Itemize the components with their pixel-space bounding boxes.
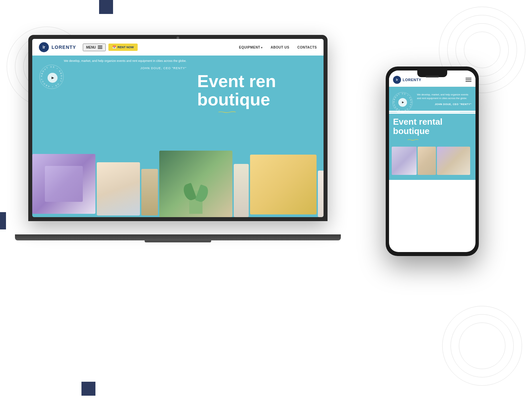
nav-equipment[interactable]: EQUIPMENT [239,46,263,49]
laptop-hero-title: Event ren boutique [197,72,317,108]
laptop-logo-text: LORENTY [52,45,76,50]
laptop-logo-icon: lr [39,42,49,52]
phone-hero-title: Event rental boutique [393,117,471,136]
laptop-body: lr LORENTY MENU 📅 RENT NOW EQUIPMENT ABO… [28,35,328,221]
phone-mockup: lr LORENTY ABOUT US [386,66,479,256]
phone-hero-section: ABOUT US • ABOUT US • ABOUT US We develo… [389,87,475,111]
laptop-hero-title-area: Event ren boutique [197,72,317,114]
laptop-hero-text: We develop, market, and help organize ev… [64,59,187,64]
collage-photo-yellow-flowers [250,155,317,214]
phone-hero-text: We develop, market, and help organize ev… [417,93,471,100]
collage-photo-lavender [32,154,95,214]
nav-about-us[interactable]: ABOUT US [271,46,289,49]
phone-logo-text: LORENTY [403,78,421,82]
dark-rect-1 [99,0,113,14]
collage-photo-boy [97,162,140,215]
phone-screen: lr LORENTY ABOUT US [389,70,475,252]
rent-button-label: RENT NOW [117,46,134,49]
laptop-website-header: lr LORENTY MENU 📅 RENT NOW EQUIPMENT ABO… [32,39,324,56]
phone-circular-badge: ABOUT US • ABOUT US • ABOUT US [392,91,413,113]
laptop-menu-button[interactable]: MENU [83,44,106,51]
laptop-logo: lr LORENTY [39,42,76,52]
phone-photo-collage [389,147,475,180]
laptop-circular-badge: ABOUT US • ABOUT US • ABOUT US • [38,64,66,92]
phone-logo-icon: lr [393,76,401,84]
dark-rect-4 [81,382,95,396]
phone-photo-mixed [437,147,470,175]
yellow-underline-svg [197,111,257,113]
phone-body: lr LORENTY ABOUT US [386,66,479,256]
nav-contacts[interactable]: CONTACTS [297,46,317,49]
laptop-nav: EQUIPMENT ABOUT US CONTACTS [239,46,317,49]
phone-hero-description: We develop, market, and help organize ev… [417,91,471,106]
laptop-ceo-attribution: JOHN DOUE, CEO "RENTY" [95,66,187,71]
laptop-screen: lr LORENTY MENU 📅 RENT NOW EQUIPMENT ABO… [32,39,324,217]
phone-ceo-attribution: JOHN DOUE, CEO "RENTY" [417,102,471,106]
calendar-icon: 📅 [112,46,116,49]
phone-photo-items [418,147,436,175]
laptop-mockup: lr LORENTY MENU 📅 RENT NOW EQUIPMENT ABO… [28,35,328,234]
menu-label: MENU [86,46,96,49]
phone-menu-button[interactable] [466,78,471,82]
laptop-photo-collage [32,147,324,217]
laptop-base [15,234,341,240]
laptop-hero-section: ABOUT US • ABOUT US • ABOUT US • We deve… [32,56,324,217]
collage-photo-stripe3 [318,171,324,217]
dark-rect-2 [0,212,6,229]
phone-yellow-underline [393,139,433,141]
laptop-play-button[interactable] [48,73,58,83]
hamburger-icon [98,46,102,49]
phone-title-section: Event rental boutique [389,114,475,147]
laptop-rent-now-button[interactable]: 📅 RENT NOW [108,44,138,51]
collage-photo-stripe2 [234,164,249,217]
collage-photo-plant [159,151,232,217]
collage-photo-stripe1 [141,169,158,215]
phone-speaker [426,76,439,77]
phone-play-button[interactable] [398,98,407,107]
phone-notch [417,70,447,77]
phone-logo: lr LORENTY [393,76,421,84]
circle-group-right-bottom [439,303,522,386]
phone-photo-lavender [392,147,417,175]
